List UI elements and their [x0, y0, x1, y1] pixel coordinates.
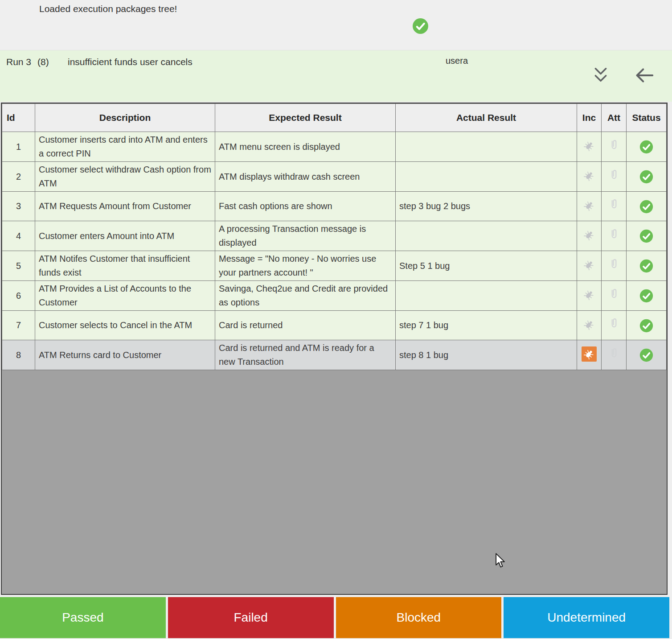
step-actual-result-cell[interactable] — [396, 162, 577, 192]
step-attachment-cell[interactable] — [602, 340, 627, 370]
step-expected-result-cell[interactable]: Message = "No money - No worries use you… — [215, 251, 396, 281]
bug-icon[interactable] — [582, 198, 597, 213]
blocked-button[interactable]: Blocked — [336, 597, 502, 638]
step-id-cell[interactable]: 6 — [2, 281, 35, 311]
bug-icon[interactable] — [582, 227, 597, 243]
bug-icon[interactable] — [582, 287, 597, 302]
step-attachment-cell[interactable] — [602, 281, 627, 311]
step-incident-cell[interactable] — [577, 281, 602, 311]
step-expected-result-cell[interactable]: A processing Transaction message is disp… — [215, 221, 396, 251]
step-attachment-cell[interactable] — [602, 162, 627, 192]
step-expected-result-cell[interactable]: Card is returned — [215, 311, 396, 340]
step-actual-result-cell[interactable] — [396, 281, 577, 311]
table-row[interactable]: 1 Customer inserts card into ATM and ent… — [2, 132, 667, 162]
step-expected-result-cell[interactable]: Savinga, Cheq2ue and Credit are provided… — [215, 281, 396, 311]
check-circle-icon[interactable] — [639, 140, 653, 154]
column-header-status[interactable]: Status — [627, 104, 667, 132]
table-row[interactable]: 2 Customer select withdraw Cash option f… — [2, 162, 667, 192]
check-circle-icon[interactable] — [639, 200, 653, 214]
column-header-actual-result[interactable]: Actual Result — [396, 104, 577, 132]
step-id-cell[interactable]: 7 — [2, 311, 35, 340]
step-attachment-cell[interactable] — [602, 192, 627, 221]
step-actual-result-cell[interactable]: Step 5 1 bug — [396, 251, 577, 281]
column-header-description[interactable]: Description — [35, 104, 215, 132]
step-incident-cell[interactable] — [577, 162, 602, 192]
step-description-cell[interactable]: ATM Requests Amount from Customer — [35, 192, 215, 221]
step-status-cell[interactable] — [627, 281, 667, 311]
step-status-cell[interactable] — [627, 162, 667, 192]
step-id-cell[interactable]: 5 — [2, 251, 35, 281]
collapse-all-button[interactable] — [591, 65, 610, 86]
step-expected-result-cell[interactable]: ATM menu screen is displayed — [215, 132, 396, 162]
step-status-cell[interactable] — [627, 221, 667, 251]
paperclip-icon[interactable] — [608, 317, 620, 334]
step-description-cell[interactable]: ATM Notifes Customer that insufficient f… — [35, 251, 215, 281]
column-header-expected-result[interactable]: Expected Result — [215, 104, 396, 132]
table-row[interactable]: 8 ATM Returns card to Customer Card is r… — [2, 340, 667, 370]
table-row[interactable]: 5 ATM Notifes Customer that insufficient… — [2, 251, 667, 281]
step-description-cell[interactable]: Customer select withdraw Cash option fro… — [35, 162, 215, 192]
bug-icon[interactable] — [582, 168, 597, 183]
step-status-cell[interactable] — [627, 311, 667, 340]
step-description-cell[interactable]: ATM Provides a List of Accounts to the C… — [35, 281, 215, 311]
step-actual-result-cell[interactable] — [396, 221, 577, 251]
step-description-cell[interactable]: ATM Returns card to Customer — [35, 340, 215, 370]
step-id-cell[interactable]: 8 — [2, 340, 35, 370]
check-circle-icon[interactable] — [639, 170, 653, 184]
paperclip-icon[interactable] — [608, 228, 620, 244]
step-incident-cell[interactable] — [577, 340, 602, 370]
step-attachment-cell[interactable] — [602, 251, 627, 281]
step-description-cell[interactable]: Customer enters Amount into ATM — [35, 221, 215, 251]
paperclip-icon[interactable] — [608, 347, 620, 363]
undetermined-button[interactable]: Undetermined — [504, 597, 669, 638]
step-attachment-cell[interactable] — [602, 132, 627, 162]
step-id-cell[interactable]: 1 — [2, 132, 35, 162]
column-header-id[interactable]: Id — [2, 104, 35, 132]
step-actual-result-cell[interactable]: step 8 1 bug — [396, 340, 577, 370]
check-circle-icon[interactable] — [639, 319, 653, 333]
step-actual-result-cell[interactable]: step 3 bug 2 bugs — [396, 192, 577, 221]
step-id-cell[interactable]: 4 — [2, 221, 35, 251]
column-header-inc[interactable]: Inc — [577, 104, 602, 132]
check-circle-icon[interactable] — [639, 229, 653, 243]
bug-icon[interactable] — [582, 346, 597, 362]
check-circle-icon[interactable] — [639, 348, 653, 362]
step-incident-cell[interactable] — [577, 251, 602, 281]
step-actual-result-cell[interactable] — [396, 132, 577, 162]
column-header-att[interactable]: Att — [602, 104, 627, 132]
paperclip-icon[interactable] — [608, 169, 620, 185]
table-row[interactable]: 3 ATM Requests Amount from Customer Fast… — [2, 192, 667, 221]
step-status-cell[interactable] — [627, 340, 667, 370]
step-incident-cell[interactable] — [577, 221, 602, 251]
step-description-cell[interactable]: Customer inserts card into ATM and enter… — [35, 132, 215, 162]
bug-icon[interactable] — [582, 257, 597, 272]
step-id-cell[interactable]: 2 — [2, 162, 35, 192]
step-attachment-cell[interactable] — [602, 221, 627, 251]
table-row[interactable]: 7 Customer selects to Cancel in the ATM … — [2, 311, 667, 340]
bug-icon[interactable] — [582, 317, 597, 332]
paperclip-icon[interactable] — [608, 258, 620, 274]
step-status-cell[interactable] — [627, 132, 667, 162]
step-expected-result-cell[interactable]: ATM displays withdraw cash screen — [215, 162, 396, 192]
passed-button[interactable]: Passed — [0, 597, 166, 638]
step-incident-cell[interactable] — [577, 192, 602, 221]
step-id-cell[interactable]: 3 — [2, 192, 35, 221]
step-incident-cell[interactable] — [577, 311, 602, 340]
check-circle-icon[interactable] — [639, 289, 653, 303]
table-row[interactable]: 4 Customer enters Amount into ATM A proc… — [2, 221, 667, 251]
step-incident-cell[interactable] — [577, 132, 602, 162]
paperclip-icon[interactable] — [608, 288, 620, 304]
paperclip-icon[interactable] — [608, 198, 620, 214]
step-actual-result-cell[interactable]: step 7 1 bug — [396, 311, 577, 340]
step-attachment-cell[interactable] — [602, 311, 627, 340]
paperclip-icon[interactable] — [608, 139, 620, 155]
back-button[interactable] — [634, 66, 655, 86]
bug-icon[interactable] — [582, 138, 597, 153]
step-status-cell[interactable] — [627, 192, 667, 221]
check-circle-icon[interactable] — [639, 259, 653, 273]
table-row[interactable]: 6 ATM Provides a List of Accounts to the… — [2, 281, 667, 311]
step-expected-result-cell[interactable]: Fast cash options are shown — [215, 192, 396, 221]
failed-button[interactable]: Failed — [168, 597, 334, 638]
step-expected-result-cell[interactable]: Card is returned and ATM is ready for a … — [215, 340, 396, 370]
step-status-cell[interactable] — [627, 251, 667, 281]
